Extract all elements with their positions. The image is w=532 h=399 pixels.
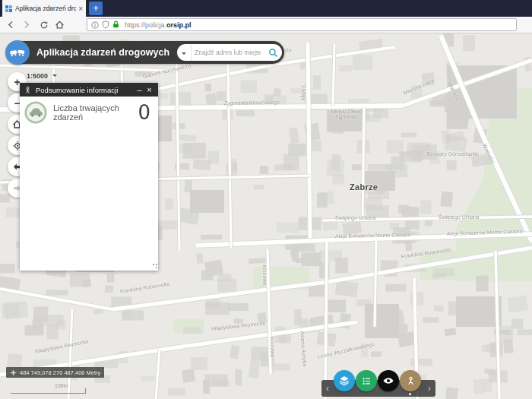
visibility-widget-button[interactable] [378, 370, 399, 391]
coordinates-text: 484 749,078 270 487,406 Metry [20, 369, 100, 376]
new-tab-button[interactable]: + [89, 2, 103, 15]
legend-icon [361, 375, 372, 387]
browser-tab[interactable]: Aplikacja zdarzeń drogowych × [2, 0, 86, 17]
metric-label: Liczba trwających zdarzeń [53, 103, 138, 122]
panel-header[interactable]: Podsumowanie informacji – × [20, 83, 158, 97]
navigation-toolbar: https://policja.orsip.pl [0, 17, 532, 33]
scale-value: 1:5000 [27, 72, 48, 80]
scalebar-label: 100m [55, 383, 87, 388]
tab-close-icon[interactable]: × [78, 5, 83, 13]
tab-bar: Aplikacja zdarzeń drogowych × + [0, 0, 532, 17]
dock-next-arrow[interactable]: › [428, 382, 431, 394]
search-input[interactable] [192, 49, 264, 56]
measure-tools-icon [405, 375, 416, 387]
tracking-shield-icon[interactable] [102, 21, 109, 29]
browser-window: Aplikacja zdarzeń drogowych × + https://… [0, 0, 532, 399]
reload-button[interactable] [36, 17, 52, 33]
forward-button[interactable] [18, 17, 33, 33]
scale-selector[interactable]: 1:5000 [27, 72, 57, 80]
dock-prev-arrow[interactable]: ‹ [326, 382, 329, 394]
scalebar-line [11, 388, 86, 394]
minimize-button[interactable]: – [135, 83, 144, 97]
site-favicon [5, 5, 12, 12]
chevron-down-icon [182, 52, 186, 57]
search-box [177, 44, 282, 61]
pin-icon [24, 86, 32, 94]
chevron-down-icon [52, 74, 57, 79]
incidents-icon [24, 100, 48, 125]
widget-dock: ‹ › [321, 380, 435, 397]
dock-page-dot [409, 393, 411, 395]
back-button[interactable] [3, 17, 18, 33]
page-info-icon[interactable] [91, 21, 99, 29]
basemap-widget-button[interactable] [334, 370, 355, 391]
eye-icon [382, 375, 394, 387]
panel-resize-handle[interactable] [153, 264, 154, 265]
summary-panel: Podsumowanie informacji – × Liczba trwaj… [20, 83, 158, 271]
panel-body: Liczba trwających zdarzeń 0 [20, 97, 158, 271]
tools-widget-button[interactable] [400, 370, 421, 391]
coordinates-bar: 484 749,078 270 487,406 Metry [6, 367, 104, 378]
close-button[interactable]: × [144, 83, 154, 97]
city-label: Zabrze [350, 182, 378, 192]
url-bar[interactable]: https://policja.orsip.pl [87, 18, 517, 31]
lock-icon[interactable] [112, 21, 119, 29]
legend-widget-button[interactable] [356, 370, 377, 391]
url-text: https://policja.orsip.pl [125, 21, 192, 29]
panel-title: Podsumowanie informacji [36, 86, 135, 94]
map-scalebar: 100m [11, 383, 87, 394]
crosshair-icon[interactable] [10, 369, 17, 376]
layers-icon [338, 375, 350, 387]
tab-title: Aplikacja zdarzeń drogowych [15, 5, 76, 12]
map-viewport: Gabrieli NarutowiczaSzczęść BożeZygmunta… [0, 33, 532, 399]
app-title: Aplikacja zdarzeń drogowych [36, 47, 169, 58]
car-crash-icon [5, 40, 30, 65]
metric-row: Liczba trwających zdarzeń 0 [20, 97, 158, 125]
search-button[interactable] [264, 44, 282, 61]
metric-value: 0 [138, 101, 150, 124]
nav-home-icon[interactable] [52, 17, 67, 33]
search-source-dropdown[interactable] [177, 44, 192, 61]
app-header: Aplikacja zdarzeń drogowych [6, 41, 284, 64]
